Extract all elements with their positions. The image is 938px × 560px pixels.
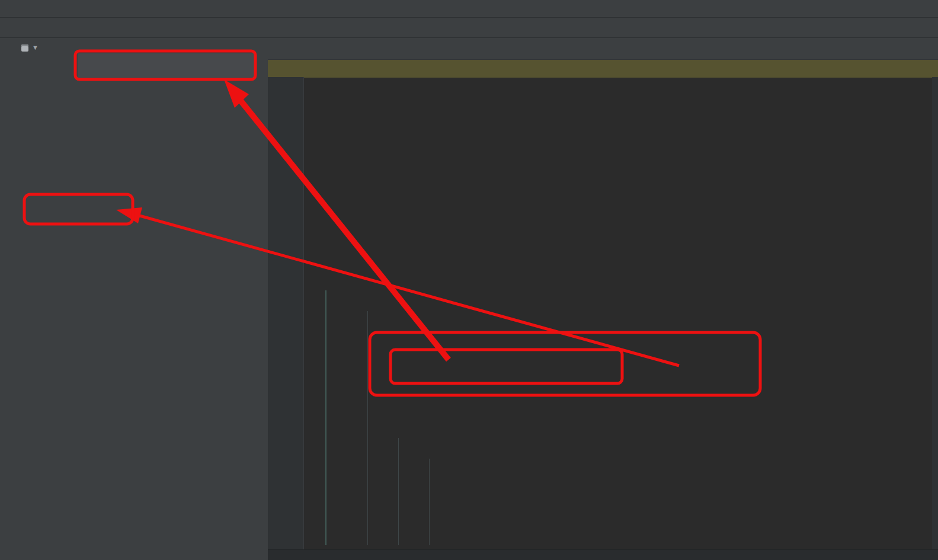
tool-window-stripe xyxy=(0,38,17,560)
editor-tab-bar xyxy=(268,38,938,60)
editor-scrollbar[interactable] xyxy=(932,77,938,550)
project-view-icon xyxy=(21,44,28,52)
fold-range-line xyxy=(325,290,326,545)
project-tool-window: ▼ xyxy=(17,38,268,560)
indent-guide xyxy=(367,311,368,545)
chevron-down-icon[interactable]: ▼ xyxy=(32,44,39,51)
editor-area xyxy=(268,38,938,560)
indent-guide xyxy=(398,438,399,545)
editor-bottom-strip xyxy=(268,549,938,560)
code-area[interactable] xyxy=(268,77,938,550)
menu-bar xyxy=(0,0,938,18)
pycharm-window: ▼ xyxy=(0,0,938,560)
breadcrumb xyxy=(0,18,938,38)
project-path-tooltip xyxy=(78,53,254,78)
indent-guide xyxy=(429,459,430,545)
no-interpreter-banner xyxy=(268,60,938,78)
